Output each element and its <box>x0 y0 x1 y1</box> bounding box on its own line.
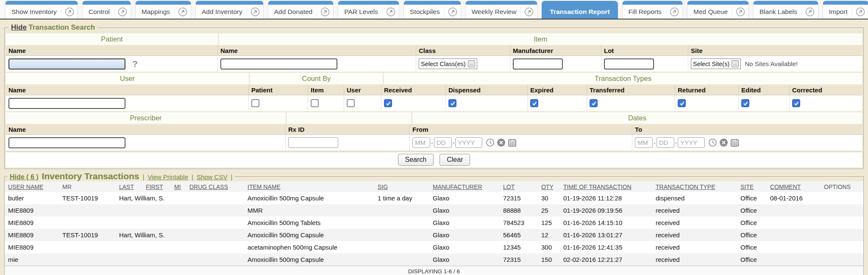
view-printable-link[interactable]: View Printable <box>147 173 188 181</box>
count-by-patient-checkbox[interactable] <box>251 99 259 107</box>
col-user-name[interactable]: USER NAME <box>8 183 43 190</box>
cell-qty: 125 <box>538 217 560 229</box>
popout-icon[interactable] <box>520 7 534 17</box>
col-drug-class[interactable]: DRUG CLASS <box>189 183 228 190</box>
cell-site: Office <box>737 229 767 241</box>
tab-show-inventory[interactable]: Show Inventory <box>5 1 78 19</box>
popout-icon[interactable] <box>114 7 127 17</box>
col-item-name[interactable]: ITEM NAME <box>248 183 281 190</box>
col-mi[interactable]: MI <box>174 183 181 190</box>
clear-date-icon[interactable] <box>719 138 728 147</box>
search-button[interactable]: Search <box>398 154 434 166</box>
table-row[interactable]: mie Amoxicillin 500mg Capsule Glaxo 7231… <box>5 253 863 266</box>
tab-add-inventory[interactable]: Add Inventory <box>195 1 264 19</box>
popout-icon[interactable] <box>317 7 330 17</box>
popout-icon[interactable] <box>174 7 187 17</box>
col-qty[interactable]: QTY <box>541 183 554 190</box>
cell-first <box>142 204 171 217</box>
popout-icon[interactable] <box>382 7 395 17</box>
hide-results-link[interactable]: Hide ( 6 ) <box>10 173 39 181</box>
tab-label: Import <box>829 8 852 16</box>
from-day-input[interactable] <box>434 137 452 148</box>
count-by-item-checkbox[interactable] <box>311 99 319 107</box>
tab-par-levels[interactable]: PAR Levels <box>338 1 399 19</box>
col-time-of-transaction[interactable]: TIME OF TRANSACTION <box>563 183 632 190</box>
tab-weekly-review[interactable]: Weekly Review <box>465 1 538 19</box>
col-first[interactable]: FIRST <box>146 183 163 190</box>
clear-button[interactable]: Clear <box>440 154 470 166</box>
type-corrected-checkbox[interactable] <box>792 99 800 107</box>
cell-lot: 56465 <box>500 229 538 241</box>
popout-icon[interactable] <box>852 7 865 17</box>
popout-icon[interactable] <box>732 7 745 17</box>
prescriber-name-input[interactable] <box>8 137 125 148</box>
cell-lot: 784523 <box>500 217 538 229</box>
type-edited-checkbox[interactable] <box>741 99 749 107</box>
table-row[interactable]: MIE8809 TEST-10019 Hart, William, S. Amo… <box>5 229 863 241</box>
lot-input[interactable] <box>604 58 654 69</box>
show-csv-link[interactable]: Show CSV <box>197 173 228 181</box>
tab-med-queue[interactable]: Med Queue <box>687 1 749 19</box>
select-classes-widget[interactable]: Select Class(es) ... <box>419 58 477 69</box>
to-month-input[interactable] <box>635 137 653 148</box>
tab-stockpiles[interactable]: Stockpiles <box>403 1 461 19</box>
type-received-checkbox[interactable] <box>384 99 392 107</box>
col-transaction-type[interactable]: TRANSACTION TYPE <box>656 183 715 190</box>
tab-blank-labels[interactable]: Blank Labels <box>753 1 818 19</box>
type-returned-checkbox[interactable] <box>678 99 686 107</box>
table-row[interactable]: MIE8809 Amoxicillin 500mg Tablets Glaxo … <box>5 217 863 229</box>
col-site[interactable]: SITE <box>740 183 754 190</box>
col-last[interactable]: LAST <box>119 183 134 190</box>
tab-add-donated[interactable]: Add Donated <box>268 1 334 19</box>
user-countby-types-block: User Count By Transaction Types Name Pat… <box>6 73 862 111</box>
type-transferred-checkbox[interactable] <box>590 99 598 107</box>
hide-search-link[interactable]: Hide <box>11 23 27 31</box>
popout-icon[interactable] <box>801 7 815 17</box>
type-expired-checkbox[interactable] <box>530 99 538 107</box>
clear-date-icon[interactable] <box>497 138 506 147</box>
help-icon[interactable]: ? <box>132 59 138 69</box>
tab-transaction-report[interactable]: Transaction Report <box>542 1 618 19</box>
manufacturer-input[interactable] <box>513 58 563 69</box>
table-footer-row: DISPLAYING 1-6 / 6 <box>5 266 863 275</box>
count-by-user-checkbox[interactable] <box>347 99 355 107</box>
type-dispensed-checkbox[interactable] <box>448 99 456 107</box>
tab-mappings[interactable]: Mappings <box>135 1 191 19</box>
rx-id-input[interactable] <box>288 137 338 148</box>
select-sites-dots-button[interactable]: ... <box>732 60 739 67</box>
col-comment[interactable]: COMMENT <box>770 183 801 190</box>
tab-label: Control <box>89 8 114 16</box>
popout-icon[interactable] <box>247 7 260 17</box>
popout-icon[interactable] <box>444 7 457 17</box>
paging-status: DISPLAYING 1-6 / 6 <box>5 266 863 275</box>
tab-label: Fill Reports <box>629 8 666 16</box>
table-header-row: USER NAME MR LAST FIRST MI DRUG CLASS IT… <box>5 181 863 192</box>
tab-fill-reports[interactable]: Fill Reports <box>622 1 683 19</box>
col-sig[interactable]: SIG <box>378 183 388 190</box>
select-sites-widget[interactable]: Select Site(s) ... <box>691 58 741 69</box>
user-name-input[interactable] <box>8 98 125 109</box>
from-month-input[interactable] <box>412 137 430 148</box>
cell-first <box>142 241 171 253</box>
to-day-input[interactable] <box>657 137 674 148</box>
from-year-input[interactable] <box>455 137 482 148</box>
table-row[interactable]: MIE8809 acetaminophen 500mg Capsule Glax… <box>5 241 863 253</box>
clock-icon[interactable] <box>486 138 495 147</box>
col-lot[interactable]: LOT <box>503 183 515 190</box>
table-row[interactable]: MIE8809 MMR Glaxo 88888 25 01-19-2026 09… <box>5 204 863 217</box>
popout-icon[interactable] <box>666 7 679 17</box>
item-name-input[interactable] <box>220 58 337 69</box>
tab-import[interactable]: Import <box>823 1 868 19</box>
select-classes-dots-button[interactable]: ... <box>468 60 475 67</box>
tab-control[interactable]: Control <box>82 1 131 19</box>
patient-name-input[interactable] <box>8 58 125 69</box>
calendar-icon[interactable] <box>508 138 517 147</box>
cell-item-name: acetaminophen 500mg Capsule <box>244 241 374 253</box>
col-manufacturer[interactable]: MANUFACTURER <box>433 183 482 190</box>
clock-icon[interactable] <box>708 138 717 147</box>
cell-type: received <box>652 241 737 253</box>
popout-icon[interactable] <box>61 7 74 17</box>
table-row[interactable]: butler TEST-10019 Hart, William, S. Amox… <box>5 192 863 204</box>
to-year-input[interactable] <box>678 137 705 148</box>
calendar-icon[interactable] <box>730 138 739 147</box>
